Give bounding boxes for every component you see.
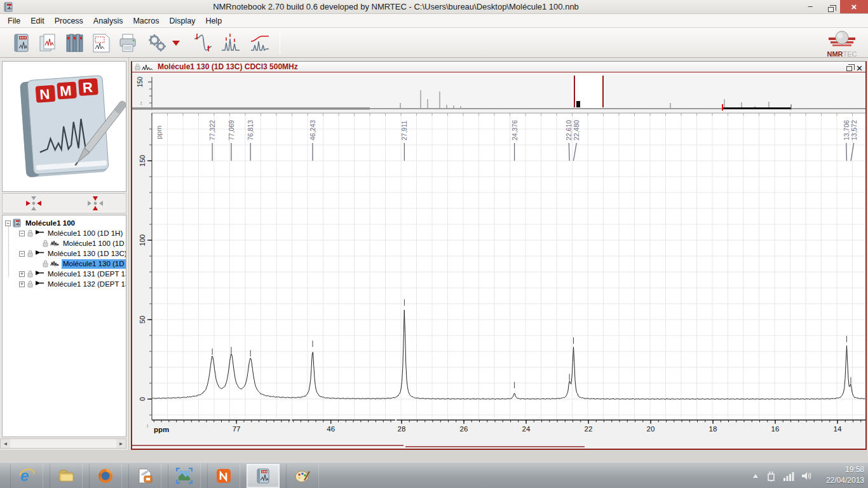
- peak-label: 27,911: [400, 121, 408, 140]
- taskbar-item-firefox[interactable]: [89, 464, 122, 488]
- scroll-left-arrow[interactable]: ◄: [1, 439, 10, 448]
- peak-label: 22,610: [565, 120, 573, 140]
- menu-item-display[interactable]: Display: [164, 15, 200, 27]
- lock-icon: [27, 229, 34, 238]
- page-layout-button[interactable]: [89, 31, 113, 55]
- peak-picking-button[interactable]: [219, 31, 243, 55]
- print-button[interactable]: [116, 31, 140, 55]
- tray-expand-icon[interactable]: [752, 473, 759, 478]
- nmr-notebook-logo: N M R: [3, 62, 126, 191]
- processing-settings-dropdown-button[interactable]: [170, 31, 182, 55]
- panel-restore-button[interactable]: [846, 62, 852, 74]
- collapse-expander-icon[interactable]: −: [19, 231, 25, 236]
- expand-expander-icon[interactable]: +: [19, 271, 25, 277]
- window-title: NMRnotebook 2.70 build 0.6 developed by …: [0, 0, 792, 14]
- panel-close-button[interactable]: ✕: [856, 64, 863, 73]
- taskbar-item-nmrnotebook[interactable]: [247, 464, 280, 488]
- fit-buttons-bar: [2, 193, 126, 214]
- dropdown-arrow-icon: [172, 40, 180, 46]
- close-button[interactable]: ×: [840, 0, 868, 13]
- screen: NMRnotebook 2.70 build 0.6 developed by …: [0, 0, 868, 488]
- minimize-button[interactable]: ‒: [801, 0, 820, 13]
- taskbar-item-openoffice[interactable]: [128, 464, 161, 488]
- power-icon[interactable]: [766, 470, 776, 482]
- baseline-correction-button[interactable]: [248, 31, 272, 55]
- x-tick-label: 22: [585, 425, 593, 433]
- lock-icon: [27, 250, 34, 258]
- lock-icon: [42, 260, 49, 268]
- spectrum-title: Molécule1 130 (1D 13C) CDCl3 500MHz: [158, 62, 298, 71]
- taskbar-clock[interactable]: 19:58 22/04/2013: [813, 464, 864, 486]
- scroll-right-arrow[interactable]: ►: [116, 439, 126, 448]
- menu-item-file[interactable]: File: [3, 15, 25, 27]
- collapse-expander-icon[interactable]: −: [5, 220, 11, 226]
- peak-label: 22,480: [573, 120, 580, 140]
- volume-icon[interactable]: [801, 471, 812, 481]
- y-tick-label: 50: [139, 316, 146, 323]
- overview-y-label: 150: [137, 76, 144, 87]
- tree-item-label: Molécule1 130 (1D 13C): [46, 249, 126, 259]
- tree-item-0[interactable]: −Molécule1 100: [3, 218, 126, 228]
- notebook-tree: −Molécule1 100−Molécule1 100 (1D 1H)Molé…: [2, 215, 126, 437]
- spectrum-icon: [50, 259, 60, 268]
- lock-icon: [27, 270, 34, 278]
- restore-button[interactable]: [821, 0, 840, 13]
- open-notebook-button[interactable]: [9, 31, 33, 55]
- spectrum-panel: Molécule1 130 (1D 13C) CDCl3 500MHz ✕ 15…: [131, 61, 867, 450]
- restore-icon: [828, 7, 834, 12]
- taskbar-item-paint[interactable]: [286, 464, 319, 488]
- expand-expander-icon[interactable]: +: [19, 281, 25, 287]
- x-tick-label: 77: [233, 425, 241, 433]
- menu-item-macros[interactable]: Macros: [128, 15, 164, 27]
- notebook-icon: [10, 32, 32, 54]
- menu-item-help[interactable]: Help: [200, 15, 227, 27]
- tree-item-3[interactable]: −Molécule1 130 (1D 13C): [3, 248, 126, 259]
- menu-item-analysis[interactable]: Analysis: [88, 15, 128, 27]
- spectrum-overview[interactable]: 150↕: [132, 73, 865, 111]
- tree-item-label: Molécule1 100 (1D 1H): [62, 239, 126, 248]
- clock-time: 19:58: [813, 464, 864, 475]
- page-layout-icon: [90, 32, 112, 54]
- tree-item-5[interactable]: +Molécule1 131 (DEPT 13C): [3, 269, 126, 279]
- y-tick-label: 150: [139, 155, 146, 166]
- collapse-expander-icon[interactable]: −: [19, 251, 25, 257]
- tree-item-1[interactable]: −Molécule1 100 (1D 1H): [3, 228, 126, 238]
- spectrum-panel-header[interactable]: Molécule1 130 (1D 13C) CDCl3 500MHz ✕: [132, 62, 865, 72]
- fid-icon: [35, 249, 44, 258]
- tree-item-label: Molécule1 131 (DEPT 13C): [46, 269, 126, 279]
- tree-item-4[interactable]: Molécule1 130 (1D 13C): [3, 259, 126, 269]
- processing-settings-button[interactable]: [145, 31, 169, 55]
- menu-item-edit[interactable]: Edit: [25, 15, 50, 27]
- tree-horizontal-scrollbar[interactable]: ◄ ►: [0, 438, 126, 449]
- openoffice-icon: [137, 468, 153, 484]
- tree-item-2[interactable]: Molécule1 100 (1D 1H): [3, 238, 126, 248]
- axis-scale-icon[interactable]: ↕: [140, 100, 142, 106]
- menu-item-process[interactable]: Process: [50, 15, 88, 27]
- axis-scale-icon[interactable]: ↕: [146, 423, 149, 429]
- tree-item-6[interactable]: +Molécule1 132 (DEPT 13C): [3, 279, 126, 289]
- taskbar-item-photo-viewer[interactable]: [168, 464, 201, 488]
- phase-correction-button[interactable]: [191, 31, 215, 55]
- fit-vertical-button[interactable]: [64, 194, 126, 213]
- lock-icon: [27, 280, 34, 288]
- export-pages-button[interactable]: [36, 31, 60, 55]
- tree-item-label: Molécule1 100: [24, 219, 77, 228]
- taskbar-item-internet-explorer[interactable]: e: [10, 464, 43, 488]
- peak-label: 77,322: [208, 120, 216, 140]
- taskbar: 19:58 22/04/2013 e: [0, 462, 868, 488]
- fit-horizontal-button[interactable]: [3, 194, 64, 213]
- ppm-label-bottom: ppm: [154, 426, 169, 433]
- library-button[interactable]: [62, 31, 86, 55]
- network-signal-icon[interactable]: [783, 471, 794, 481]
- y-tick-label: 0: [139, 397, 146, 401]
- fid-icon: [35, 269, 44, 278]
- taskbar-item-file-explorer[interactable]: [50, 464, 83, 488]
- nmrnotebook-icon: [255, 468, 271, 484]
- printer-icon: [117, 32, 139, 54]
- tree-item-label: Molécule1 132 (DEPT 13C): [46, 280, 126, 289]
- spectrum-main-view[interactable]: ppm05010015077462826242220181614ppm↕77,3…: [132, 111, 865, 449]
- firefox-icon: [97, 468, 114, 484]
- pages-icon: [37, 32, 58, 54]
- peak-label: 76,813: [247, 120, 254, 140]
- taskbar-item-nitro-pdf[interactable]: [207, 464, 240, 488]
